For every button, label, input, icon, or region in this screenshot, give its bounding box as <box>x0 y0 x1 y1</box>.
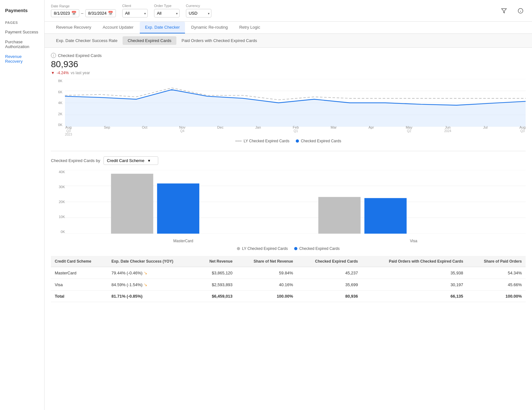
date-end-input[interactable]: 8/31/2024 📅 <box>85 9 116 17</box>
subtab-success-rate[interactable]: Exp. Date Checker Success Rate <box>51 36 123 45</box>
cell-total-checked: 80,936 <box>297 291 362 302</box>
x-oct: Oct <box>142 125 147 136</box>
currency-filter: Currency USD ▾ <box>186 4 211 18</box>
tab-account-updater[interactable]: Account Updater <box>98 22 139 33</box>
y-label-2k: 2K <box>58 112 64 116</box>
x-mar: Mar <box>330 125 337 136</box>
filter-icon-button[interactable] <box>499 6 509 16</box>
legend-ly: LY Checked Expired Cards <box>235 139 289 143</box>
bar-legend-current-dot <box>294 247 297 250</box>
y-label-4k: 4K <box>58 101 64 105</box>
sidebar-item-revenue-recovery[interactable]: Revenue Recovery <box>0 52 44 66</box>
col-scheme: Credit Card Scheme <box>51 256 108 267</box>
bar-chart-legend: LY Checked Expired Cards Checked Expired… <box>51 246 526 251</box>
order-type-filter: Order Type All ▾ <box>154 4 180 18</box>
x-dec: Dec <box>217 125 223 136</box>
cell-checked-visa: 35,699 <box>297 279 362 291</box>
svg-rect-17 <box>318 197 361 234</box>
bar-legend-ly-dot <box>237 247 240 250</box>
svg-rect-18 <box>365 198 407 234</box>
col-net-revenue: Net Revenue <box>197 256 236 267</box>
bar-legend-current-label: Checked Expired Cards <box>299 246 340 251</box>
y-label-0k: 0K <box>58 123 64 127</box>
x-jun: Jun2024 <box>444 125 451 136</box>
cell-success-visa: 84.59% (-1.54%) ↘ <box>108 279 197 291</box>
order-type-select[interactable]: All <box>154 9 180 18</box>
tab-revenue-recovery[interactable]: Revenue Recovery <box>51 22 96 33</box>
metric-title: Checked Expired Cards <box>58 53 102 58</box>
bar-y-0k: 0K <box>61 230 65 234</box>
trend-icon-mastercard: ↘ <box>144 270 147 275</box>
trend-down-icon: ▼ <box>51 71 55 75</box>
main-tabs: Revenue Recovery Account Updater Exp. Da… <box>45 22 532 34</box>
subtab-checked-expired[interactable]: Checked Expired Cards <box>123 36 176 45</box>
data-table: Credit Card Scheme Exp. Date Checker Suc… <box>51 256 526 302</box>
cell-revenue-visa: $2,593,893 <box>197 279 236 291</box>
legend-current-dot <box>296 139 299 143</box>
client-select[interactable]: All <box>122 9 148 18</box>
sidebar-item-payment-success[interactable]: Payment Success <box>0 27 44 37</box>
metric-info-icon[interactable]: i <box>51 53 56 58</box>
cell-revenue-mastercard: $3,865,120 <box>197 267 236 279</box>
cell-total-label: Total <box>51 291 108 302</box>
tab-dynamic-rerouting[interactable]: Dynamic Re-routing <box>186 22 233 33</box>
sidebar-item-purchase-authorization[interactable]: Purchase Authorization <box>0 37 44 52</box>
bar-svg-area <box>65 170 526 234</box>
table-row: Visa 84.59% (-1.54%) ↘ $2,593,893 40.16%… <box>51 279 526 291</box>
order-type-label: Order Type <box>154 4 180 8</box>
svg-rect-15 <box>111 174 153 234</box>
x-aug-2024: AugQ3 <box>519 125 526 136</box>
bar-y-30k: 30K <box>59 185 65 189</box>
bar-chart-container: 40K 30K 20K 10K 0K <box>51 170 526 243</box>
cell-total-revenue: $6,459,013 <box>197 291 236 302</box>
client-label: Client <box>122 4 148 8</box>
calendar-icon: 📅 <box>71 11 76 16</box>
currency-select[interactable]: USD <box>186 9 211 18</box>
metric-change: ▼ -4.24% vs last year <box>51 71 526 75</box>
x-feb: FebQ1 <box>293 125 299 136</box>
svg-marker-9 <box>65 90 526 127</box>
x-nov: NovQ4 <box>179 125 186 136</box>
bar-y-axis: 40K 30K 20K 10K 0K <box>51 170 65 234</box>
legend-ly-label: LY Checked Expired Cards <box>244 139 289 143</box>
cell-share-net-visa: 40.16% <box>236 279 297 291</box>
subtabs: Exp. Date Checker Success Rate Checked E… <box>45 34 532 48</box>
info-icon-button[interactable] <box>515 6 526 16</box>
cell-share-paid-visa: 45.66% <box>467 279 526 291</box>
bar-chart-dropdown[interactable]: Credit Card Scheme ▾ <box>103 156 159 165</box>
cell-total-success: 81.71% (-0.85%) <box>108 291 197 302</box>
y-label-8k: 8K <box>58 79 64 83</box>
cell-share-paid-mastercard: 54.34% <box>467 267 526 279</box>
date-start-input[interactable]: 8/1/2023 📅 <box>51 9 79 17</box>
change-pct: -4.24% <box>57 71 69 75</box>
tab-retry-logic[interactable]: Retry Logic <box>234 22 265 33</box>
x-jul: Jul <box>483 125 487 136</box>
cell-share-net-mastercard: 59.84% <box>236 267 297 279</box>
client-filter: Client All ▾ <box>122 4 148 18</box>
cell-scheme-mastercard: MasterCard <box>51 267 108 279</box>
bar-chart-svg <box>65 170 526 234</box>
app-title: Payments <box>0 5 44 19</box>
cell-success-mastercard: 79.44% (-0.46%) ↘ <box>108 267 197 279</box>
change-label: vs last year <box>71 71 90 75</box>
subtab-paid-orders[interactable]: Paid Orders with Checked Expired Cards <box>176 36 262 45</box>
x-jan: Jan <box>255 125 261 136</box>
x-apr: Apr <box>368 125 374 136</box>
col-share-net: Share of Net Revenue <box>236 256 297 267</box>
cell-total-paid: 66,135 <box>362 291 467 302</box>
cell-total-share-net: 100.00% <box>236 291 297 302</box>
table-total-row: Total 81.71% (-0.85%) $6,459,013 100.00%… <box>51 291 526 302</box>
sidebar-section: Pages <box>0 19 44 27</box>
calendar-icon-2: 📅 <box>108 11 113 16</box>
cell-scheme-visa: Visa <box>51 279 108 291</box>
sidebar: Payments Pages Payment Success Purchase … <box>0 0 45 410</box>
x-aug-2023: AugQ32023 <box>65 125 72 136</box>
filters-bar: Date Range 8/1/2023 📅 – 8/31/2024 📅 Clie… <box>45 0 532 22</box>
chevron-down-icon-bar: ▾ <box>148 158 150 163</box>
tab-exp-date-checker[interactable]: Exp. Date Checker <box>140 22 185 33</box>
bar-chart-header: Checked Expired Cards by Credit Card Sch… <box>51 156 526 165</box>
metric-header: i Checked Expired Cards <box>51 53 526 58</box>
bar-y-40k: 40K <box>59 170 65 174</box>
bar-chart-section: Checked Expired Cards by Credit Card Sch… <box>51 151 526 302</box>
table-row: MasterCard 79.44% (-0.46%) ↘ $3,865,120 … <box>51 267 526 279</box>
